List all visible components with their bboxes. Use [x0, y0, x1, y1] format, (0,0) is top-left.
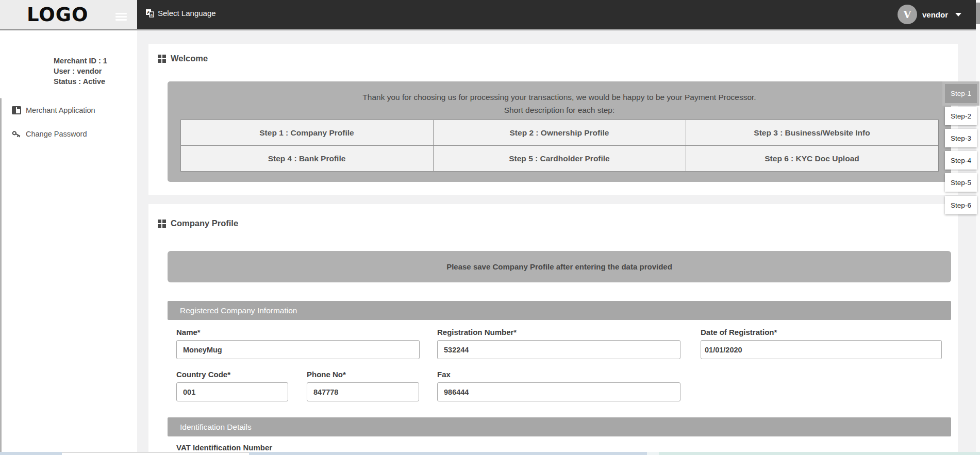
select-language-button[interactable]: A a Select Language: [145, 9, 216, 18]
app-logo: LOGO: [27, 4, 89, 26]
merchant-id-text: Merchant ID : 1: [54, 56, 107, 66]
tab-step-6[interactable]: Step-6: [945, 196, 977, 214]
welcome-message-line1: Thank you for choosing us for processing…: [168, 81, 951, 104]
tab-step-4[interactable]: Step-4: [945, 151, 977, 170]
grid-icon: [158, 55, 166, 63]
welcome-card: Welcome Thank you for choosing us for pr…: [148, 44, 958, 195]
navbar-logo-block: LOGO: [0, 0, 137, 29]
step-cell-6: Step 6 : KYC Doc Upload: [686, 146, 938, 171]
vertical-scrollbar: [976, 0, 980, 455]
bottom-strip-input-sliver: [62, 452, 249, 455]
vat-identification-label: VAT Identification Number: [176, 443, 272, 452]
sidebar-item-label: Merchant Application: [26, 106, 95, 114]
name-field[interactable]: [176, 340, 420, 359]
navbar: A a Select Language V vendor: [137, 0, 980, 29]
window-icon: [12, 106, 22, 115]
company-profile-card: Company Profile Please save Company Prof…: [148, 204, 958, 455]
chevron-down-icon: [955, 13, 961, 16]
bottom-strip-segment: [647, 452, 659, 455]
avatar: V: [898, 5, 917, 24]
registration-number-field[interactable]: [437, 340, 680, 359]
phone-no-field[interactable]: [307, 382, 419, 401]
merchant-status-text: Status : Active: [54, 76, 107, 87]
grid-icon: [158, 220, 166, 228]
tab-step-3[interactable]: Step-3: [945, 129, 977, 147]
save-notice: Please save Company Profile after enteri…: [168, 251, 951, 282]
phone-no-label: Phone No*: [307, 370, 346, 379]
country-code-field[interactable]: [176, 382, 288, 401]
sidebar-item-change-password[interactable]: Change Password: [0, 122, 137, 146]
company-profile-header: Company Profile: [158, 218, 238, 228]
date-of-registration-field[interactable]: [701, 340, 942, 359]
user-name: vendor: [922, 10, 948, 19]
registered-company-bar: Registered Company Information: [168, 301, 951, 320]
sidebar-menu: Merchant Application Change Password: [0, 98, 137, 146]
step-cell-3: Step 3 : Business/Website Info: [686, 120, 938, 145]
name-label: Name*: [176, 328, 201, 336]
fax-field[interactable]: [437, 382, 680, 401]
hamburger-menu-icon[interactable]: [115, 13, 127, 22]
sidebar-item-label: Change Password: [26, 130, 87, 138]
section-title: Company Profile: [171, 218, 238, 228]
tab-step-1[interactable]: Step-1: [945, 84, 977, 103]
sidebar-item-merchant-application[interactable]: Merchant Application: [0, 98, 137, 122]
identification-details-bar: Identification Details: [168, 417, 951, 436]
sidebar-accent-line: [0, 98, 2, 454]
merchant-info-block: Merchant ID : 1 User : vendor Status : A…: [54, 56, 107, 87]
user-menu[interactable]: V vendor: [898, 5, 961, 24]
date-of-registration-label: Date of Registration*: [701, 328, 777, 336]
bottom-strip-segment: [249, 452, 647, 455]
translate-icon: A a: [145, 9, 154, 18]
steps-table: Step 1 : Company Profile Step 2 : Owners…: [180, 120, 939, 172]
welcome-message-box: Thank you for choosing us for processing…: [168, 81, 951, 182]
bottom-edge-strip: [0, 452, 980, 455]
step-cell-2: Step 2 : Ownership Profile: [434, 120, 686, 145]
step-cell-1: Step 1 : Company Profile: [181, 120, 433, 145]
navbar-underline: [0, 29, 980, 30]
svg-text:a: a: [151, 12, 153, 17]
step-cell-4: Step 4 : Bank Profile: [181, 146, 433, 171]
tab-step-2[interactable]: Step-2: [945, 107, 977, 125]
select-language-label: Select Language: [158, 9, 216, 18]
sidebar: Merchant ID : 1 User : vendor Status : A…: [0, 30, 137, 455]
welcome-message-line2: Short description for each step:: [168, 104, 951, 116]
bottom-strip-segment: [659, 452, 980, 455]
key-icon: [12, 129, 22, 139]
page-title: Welcome: [171, 54, 208, 63]
scrollbar-thumb[interactable]: [976, 3, 980, 24]
merchant-portal-screen: LOGO A a Select Language V vendor: [0, 0, 980, 455]
merchant-user-text: User : vendor: [54, 66, 107, 76]
welcome-card-header: Welcome: [158, 54, 208, 63]
bottom-strip-segment: [0, 452, 62, 455]
country-code-label: Country Code*: [176, 370, 230, 379]
tab-step-5[interactable]: Step-5: [945, 173, 977, 192]
fax-label: Fax: [437, 370, 451, 379]
step-cell-5: Step 5 : Cardholder Profile: [434, 146, 686, 171]
registration-number-label: Registration Number*: [437, 328, 517, 336]
